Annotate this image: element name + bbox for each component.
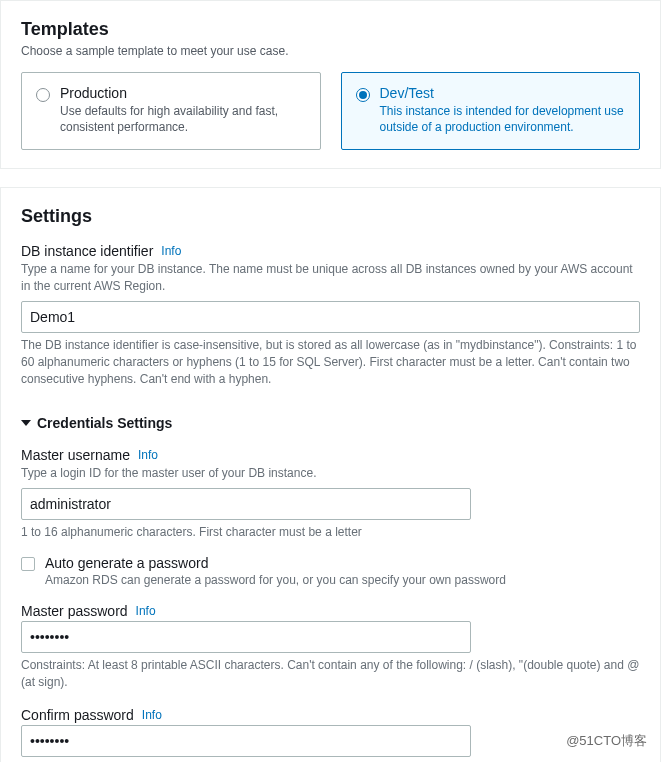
master-username-group: Master username Info Type a login ID for… bbox=[21, 447, 640, 541]
production-environment-link[interactable]: a production environment. bbox=[435, 120, 574, 134]
master-username-constraint: 1 to 16 alphanumeric characters. First c… bbox=[21, 524, 640, 541]
template-option-devtest[interactable]: Dev/Test This instance is intended for d… bbox=[341, 72, 641, 150]
master-password-constraint: Constraints: At least 8 printable ASCII … bbox=[21, 657, 640, 691]
db-identifier-info-link[interactable]: Info bbox=[161, 244, 181, 258]
master-password-input[interactable] bbox=[21, 621, 471, 653]
templates-panel: Templates Choose a sample template to me… bbox=[0, 0, 661, 169]
master-username-info-link[interactable]: Info bbox=[138, 448, 158, 462]
db-identifier-hint: Type a name for your DB instance. The na… bbox=[21, 261, 640, 295]
template-label: Dev/Test bbox=[380, 85, 626, 101]
confirm-password-info-link[interactable]: Info bbox=[142, 708, 162, 722]
templates-title: Templates bbox=[21, 19, 640, 40]
settings-panel: Settings DB instance identifier Info Typ… bbox=[0, 187, 661, 762]
template-description: This instance is intended for developmen… bbox=[380, 103, 626, 135]
db-identifier-group: DB instance identifier Info Type a name … bbox=[21, 243, 640, 387]
watermark: @51CTO博客 bbox=[566, 732, 647, 750]
radio-devtest[interactable] bbox=[356, 88, 370, 102]
template-description: Use defaults for high availability and f… bbox=[60, 103, 306, 135]
auto-generate-checkbox[interactable] bbox=[21, 557, 35, 571]
templates-subtitle: Choose a sample template to meet your us… bbox=[21, 44, 640, 58]
db-identifier-input[interactable] bbox=[21, 301, 640, 333]
auto-generate-description: Amazon RDS can generate a password for y… bbox=[45, 573, 506, 587]
master-username-hint: Type a login ID for the master user of y… bbox=[21, 465, 640, 482]
template-label: Production bbox=[60, 85, 306, 101]
auto-generate-password-row[interactable]: Auto generate a password Amazon RDS can … bbox=[21, 555, 640, 587]
credentials-settings-toggle[interactable]: Credentials Settings bbox=[21, 415, 640, 431]
db-identifier-constraint: The DB instance identifier is case-insen… bbox=[21, 337, 640, 387]
master-password-group: Master password Info Constraints: At lea… bbox=[21, 603, 640, 691]
settings-title: Settings bbox=[21, 206, 640, 227]
template-option-production[interactable]: Production Use defaults for high availab… bbox=[21, 72, 321, 150]
db-identifier-label: DB instance identifier bbox=[21, 243, 153, 259]
confirm-password-label: Confirm password bbox=[21, 707, 134, 723]
radio-production[interactable] bbox=[36, 88, 50, 102]
master-password-label: Master password bbox=[21, 603, 128, 619]
master-username-label: Master username bbox=[21, 447, 130, 463]
confirm-password-group: Confirm password Info bbox=[21, 707, 640, 757]
master-username-input[interactable] bbox=[21, 488, 471, 520]
templates-options: Production Use defaults for high availab… bbox=[21, 72, 640, 150]
credentials-heading: Credentials Settings bbox=[37, 415, 172, 431]
master-password-info-link[interactable]: Info bbox=[136, 604, 156, 618]
confirm-password-input[interactable] bbox=[21, 725, 471, 757]
caret-down-icon bbox=[21, 420, 31, 426]
auto-generate-label: Auto generate a password bbox=[45, 555, 506, 571]
